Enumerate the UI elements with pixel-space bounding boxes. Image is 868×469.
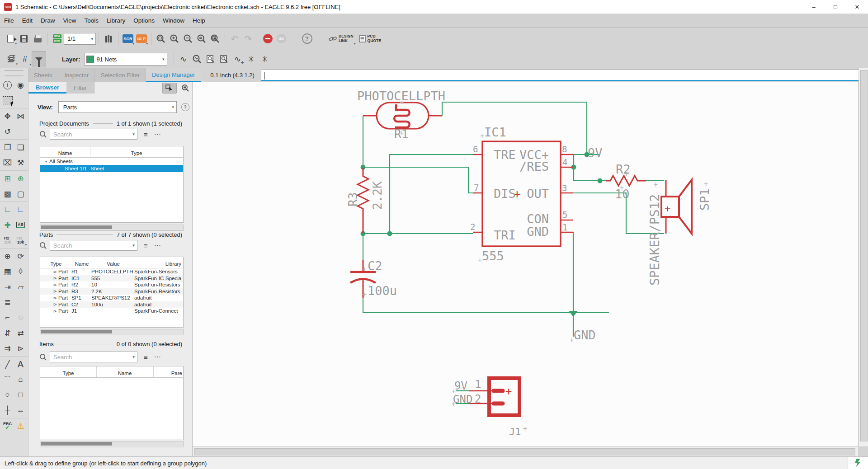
menu-edit[interactable]: Edit bbox=[18, 14, 37, 27]
menu-view[interactable]: View bbox=[59, 14, 80, 27]
parts-col-value[interactable]: Value bbox=[92, 261, 135, 268]
tree-root-all-sheets[interactable]: ▾ All Sheets bbox=[40, 158, 183, 165]
erc-errors-tool[interactable]: ⚠ bbox=[14, 419, 27, 433]
ic1-ref-label[interactable]: IC1 bbox=[484, 125, 506, 139]
change-tool[interactable]: ⚒ bbox=[14, 156, 27, 169]
part-row-r1[interactable]: ⊳PartR1PHOTOCELLPTHSparkFun-Sensors bbox=[40, 268, 183, 275]
j1-net-gnd-label[interactable]: GND bbox=[453, 393, 472, 406]
new-open-button[interactable]: ▾ bbox=[4, 31, 17, 47]
pcb-quote-button[interactable]: PCBQUOTE bbox=[356, 31, 384, 47]
print-button[interactable] bbox=[31, 31, 44, 47]
miter-tool[interactable]: ⌐ bbox=[1, 311, 14, 324]
value-tool[interactable]: R210k▾ bbox=[14, 234, 27, 247]
zoom-redraw-button[interactable] bbox=[208, 31, 222, 47]
rect-tool[interactable]: □ bbox=[14, 388, 27, 402]
split-tool[interactable]: ⇉ bbox=[1, 342, 14, 355]
wire-bend-tool[interactable]: ∟ bbox=[1, 203, 14, 216]
parts-more-button[interactable]: ⋯ bbox=[154, 241, 161, 249]
run-ulp-button[interactable]: ULP▾ bbox=[135, 31, 148, 47]
copy-special-tool[interactable]: ⟳ bbox=[14, 249, 27, 263]
circle-tool[interactable]: ○ bbox=[1, 388, 14, 402]
info-tool[interactable]: i bbox=[1, 78, 14, 92]
items-col-name[interactable]: Name bbox=[96, 371, 153, 377]
arc-tool[interactable]: ⌒ bbox=[1, 373, 14, 386]
wire-bend-style-tool[interactable]: ∟ bbox=[14, 203, 27, 216]
c2-value-label[interactable]: 100u bbox=[368, 284, 397, 298]
r3-ref-label[interactable]: R3 bbox=[346, 192, 360, 206]
net-gnd-rail[interactable] bbox=[363, 298, 609, 313]
menu-options[interactable]: Options bbox=[129, 14, 159, 27]
items-col-parent[interactable]: Pare bbox=[153, 371, 183, 377]
items-search-input[interactable]: Search▾ bbox=[50, 352, 137, 362]
paste-tool[interactable]: ❏ bbox=[14, 141, 27, 154]
sheet-script-a-button[interactable] bbox=[204, 52, 217, 67]
part-row-r3[interactable]: ⊳PartR32.2KSparkFun-Resistors bbox=[40, 288, 183, 295]
junction-tool[interactable]: ✚ bbox=[1, 218, 14, 232]
replace-tool[interactable]: ▩ bbox=[1, 187, 14, 201]
canvas-horizontal-scrollbar[interactable] bbox=[193, 446, 858, 456]
documents-col-type[interactable]: Type bbox=[90, 150, 183, 157]
menu-library[interactable]: Library bbox=[103, 14, 129, 27]
part-row-ic1[interactable]: ⊳PartIC1555SparkFun-IC-Specia bbox=[40, 275, 183, 282]
delete-tool[interactable]: ⌧ bbox=[1, 156, 14, 169]
ic1-value-label[interactable]: 555 bbox=[482, 249, 504, 263]
schematic-canvas[interactable]: + + + PHOTOCELLPTH R1 IC1 555 TRE DIS TR… bbox=[193, 82, 858, 446]
label-tool[interactable]: AB bbox=[14, 218, 27, 232]
close-button[interactable]: ✕ bbox=[846, 0, 868, 14]
stop-button[interactable] bbox=[261, 31, 274, 47]
zoom-to-selection-button[interactable] bbox=[179, 83, 192, 93]
gateswap-tool[interactable]: ⇄ bbox=[14, 326, 27, 340]
zoom-select-button[interactable] bbox=[195, 31, 208, 47]
items-list-options-button[interactable]: ≡ bbox=[144, 353, 148, 361]
library-button[interactable] bbox=[102, 31, 115, 47]
r3-value-label[interactable]: 2.2K bbox=[371, 181, 384, 210]
hscroll-thumb[interactable] bbox=[194, 448, 855, 455]
add-gate-tool[interactable]: ⊕ bbox=[14, 172, 27, 185]
tab-browser[interactable]: Browser bbox=[28, 82, 66, 94]
command-input[interactable] bbox=[261, 70, 864, 81]
add-gates-tool[interactable]: ⊕ bbox=[1, 249, 14, 263]
view-help-button[interactable]: ? bbox=[181, 103, 189, 111]
tree-expand-icon[interactable]: ▾ bbox=[43, 159, 49, 164]
parts-col-type[interactable]: ^Type bbox=[40, 261, 72, 268]
layer-settings-button[interactable]: ▾ bbox=[5, 52, 18, 67]
smash-tool[interactable]: ◌ bbox=[14, 311, 27, 324]
group-select-tool[interactable] bbox=[1, 94, 14, 107]
parts-table-header[interactable]: ^Type Name Value Library bbox=[40, 257, 183, 268]
add-part-tool[interactable]: ⊞ bbox=[1, 172, 14, 185]
undo-button[interactable]: ↶ bbox=[228, 31, 241, 47]
erc-tool[interactable]: ERC✓ bbox=[1, 419, 14, 433]
mark-tool[interactable]: ┼ bbox=[1, 403, 14, 417]
documents-hscrollbar[interactable] bbox=[40, 225, 184, 231]
part-row-j1[interactable]: ⊳PartJ1SparkFun-Connect bbox=[40, 308, 183, 314]
replace-outline-tool[interactable]: ▢ bbox=[14, 187, 27, 201]
net-label-gnd[interactable]: GND bbox=[574, 328, 596, 342]
parts-col-library[interactable]: Library bbox=[135, 261, 183, 268]
part-row-sp1[interactable]: ⊳PartSP1SPEAKER/PS12adafruit bbox=[40, 295, 183, 301]
speaker-ref-label[interactable]: SP1 bbox=[698, 188, 712, 211]
rail-grip[interactable] bbox=[5, 70, 24, 76]
save-button[interactable] bbox=[17, 31, 31, 47]
help-button[interactable]: ? bbox=[300, 31, 314, 47]
port-tool[interactable]: ⇥ bbox=[1, 280, 14, 294]
mirror-tool[interactable]: ⋈ bbox=[14, 109, 27, 123]
tab-inspector[interactable]: Inspector bbox=[58, 68, 94, 82]
layer-dropdown[interactable]: 91 Nets ▾ bbox=[84, 53, 167, 66]
redo-button[interactable]: ↷ bbox=[241, 31, 255, 47]
parts-list-options-button[interactable]: ≡ bbox=[144, 242, 148, 249]
zoom-out-button[interactable] bbox=[181, 31, 195, 47]
sheet-script-b-button[interactable] bbox=[217, 52, 231, 67]
documents-more-button[interactable]: ⋯ bbox=[154, 130, 161, 138]
copy-tool[interactable]: ❐ bbox=[1, 141, 14, 154]
show-tool[interactable]: ◉ bbox=[14, 78, 27, 92]
j1-net-9v-label[interactable]: 9V bbox=[454, 380, 467, 392]
run-script-button[interactable]: SCR▾ bbox=[121, 31, 135, 47]
items-more-button[interactable]: ⋯ bbox=[154, 353, 161, 361]
menu-window[interactable]: Window bbox=[159, 14, 189, 27]
items-hscroll-thumb[interactable] bbox=[41, 442, 112, 446]
part-row-c2[interactable]: ⊳PartC2100uadafruit bbox=[40, 301, 183, 308]
line-tool[interactable]: ╱ bbox=[1, 357, 14, 371]
sheet-row-selected[interactable]: Sheet 1/1 Sheet bbox=[40, 165, 183, 172]
tab-design-manager[interactable]: Design Manager bbox=[146, 68, 201, 82]
switch-to-board-button[interactable]: SCHBRD bbox=[50, 31, 64, 47]
